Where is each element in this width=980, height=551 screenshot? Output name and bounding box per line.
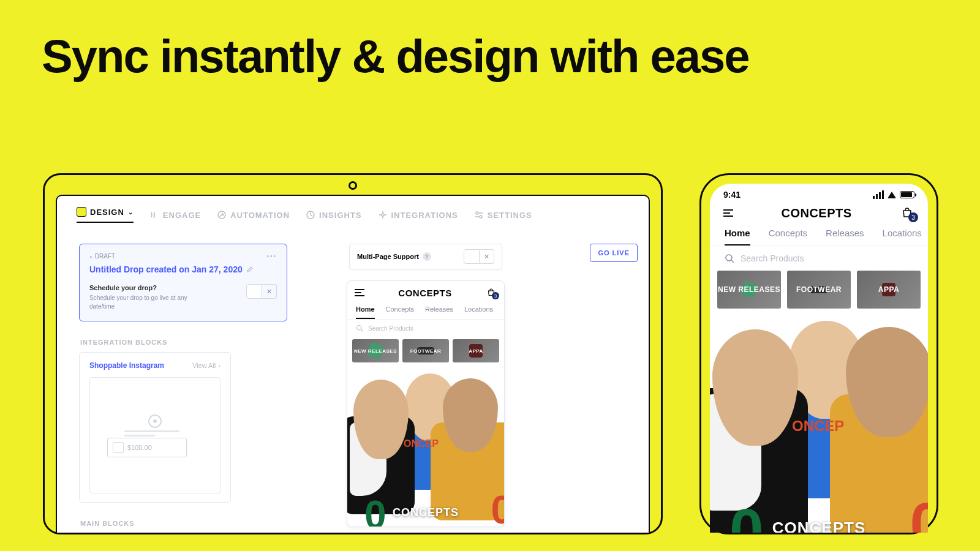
ig-price-tag: $100.00 bbox=[107, 438, 187, 457]
nav-integrations-label: INTEGRATIONS bbox=[391, 211, 458, 220]
tablet-screen: DESIGN ⌄ ENGAGE AUTOMATION INSIGHTS bbox=[56, 195, 650, 533]
signal-icon bbox=[873, 190, 884, 199]
menu-icon[interactable] bbox=[355, 289, 364, 296]
shoppable-instagram-card[interactable]: Shoppable Instagram View All › $100.00 bbox=[79, 352, 231, 503]
svg-point-3 bbox=[476, 212, 478, 214]
phone-chip-new-releases[interactable]: NEW RELEASES bbox=[717, 271, 781, 309]
preview-tab-locations[interactable]: Locations bbox=[464, 305, 493, 319]
search-icon bbox=[725, 253, 734, 263]
go-live-button[interactable]: GO LIVE bbox=[590, 244, 638, 262]
map-pin-icon bbox=[148, 414, 162, 428]
settings-icon bbox=[474, 210, 484, 220]
phone-device-frame: 9:41 CONCEPTS 3 Home Concepts Releases L… bbox=[699, 173, 938, 534]
insights-icon bbox=[306, 210, 315, 220]
draft-card[interactable]: DRAFT ••• Untitled Drop created on Jan 2… bbox=[79, 244, 287, 321]
preview-tabs: Home Concepts Releases Locations bbox=[347, 301, 504, 320]
phone-tab-releases[interactable]: Releases bbox=[826, 228, 864, 246]
svg-point-5 bbox=[357, 326, 362, 331]
chip-footwear[interactable]: FOOTWEAR bbox=[402, 339, 449, 362]
phone-tab-home[interactable]: Home bbox=[725, 228, 750, 246]
phone-cart-icon[interactable]: 3 bbox=[900, 206, 914, 220]
nav-insights-label: INSIGHTS bbox=[319, 211, 361, 220]
app-preview: CONCEPTS 3 Home Concepts Releases Locati… bbox=[347, 280, 505, 527]
multipage-support-bar: Multi-Page Support ? ✕ bbox=[349, 244, 502, 269]
nav-settings[interactable]: SETTINGS bbox=[474, 210, 532, 220]
draft-badge: DRAFT bbox=[89, 253, 115, 260]
phone-chip-footwear[interactable]: FOOTWEAR bbox=[787, 271, 851, 309]
nav-automation-label: AUTOMATION bbox=[230, 211, 290, 220]
schedule-toggle[interactable] bbox=[246, 284, 262, 299]
ig-viewall-link[interactable]: View All › bbox=[192, 362, 221, 369]
phone-tab-concepts[interactable]: Concepts bbox=[769, 228, 807, 246]
design-icon bbox=[77, 207, 86, 217]
preview-tab-releases[interactable]: Releases bbox=[425, 305, 453, 319]
svg-point-6 bbox=[726, 255, 732, 261]
phone-search[interactable]: Search Products bbox=[710, 246, 928, 271]
phone-category-chips: NEW RELEASES FOOTWEAR APPA bbox=[710, 271, 928, 315]
main-blocks-label: MAIN BLOCKS bbox=[80, 520, 287, 527]
phone-chip-apparel[interactable]: APPA bbox=[857, 271, 921, 309]
tablet-device-frame: DESIGN ⌄ ENGAGE AUTOMATION INSIGHTS bbox=[43, 173, 663, 534]
preview-hero-image: ONCEP 0 0 CONCEPTS bbox=[347, 367, 504, 527]
mps-dismiss[interactable]: ✕ bbox=[480, 249, 494, 264]
schedule-subtext: Schedule your drop to go live at any dat… bbox=[89, 294, 200, 311]
nav-insights[interactable]: INSIGHTS bbox=[306, 210, 361, 220]
engage-icon bbox=[149, 210, 159, 220]
status-bar: 9:41 bbox=[710, 184, 928, 202]
chip-new-releases[interactable]: NEW RELEASES bbox=[352, 339, 399, 362]
mps-toggle[interactable] bbox=[464, 249, 480, 264]
mps-label: Multi-Page Support bbox=[357, 253, 419, 260]
preview-search[interactable]: Search Products bbox=[347, 320, 504, 337]
tablet-camera bbox=[349, 181, 357, 190]
phone-tab-locations[interactable]: Locations bbox=[883, 228, 922, 246]
search-icon bbox=[356, 324, 363, 332]
phone-logo: CONCEPTS bbox=[781, 206, 851, 220]
phone-hero-text: CONCEPTS bbox=[772, 519, 865, 533]
headline: Sync instantly & design with ease bbox=[42, 34, 749, 78]
automation-icon bbox=[217, 210, 227, 220]
cart-icon[interactable]: 3 bbox=[486, 287, 497, 298]
integrations-icon bbox=[378, 210, 388, 220]
more-icon[interactable]: ••• bbox=[266, 253, 277, 260]
nav-settings-label: SETTINGS bbox=[488, 211, 532, 220]
phone-cart-badge: 3 bbox=[908, 212, 918, 222]
svg-point-4 bbox=[480, 216, 482, 218]
top-nav: DESIGN ⌄ ENGAGE AUTOMATION INSIGHTS bbox=[57, 196, 649, 229]
help-icon[interactable]: ? bbox=[423, 252, 431, 261]
chip-apparel[interactable]: APPA bbox=[453, 339, 499, 362]
nav-engage-label: ENGAGE bbox=[163, 211, 201, 220]
phone-hero-image: ONCEP 0 0 CONCEPTS bbox=[710, 315, 928, 533]
preview-tab-home[interactable]: Home bbox=[356, 305, 375, 319]
nav-integrations[interactable]: INTEGRATIONS bbox=[378, 210, 458, 220]
nav-design[interactable]: DESIGN ⌄ bbox=[77, 207, 134, 223]
chevron-down-icon: ⌄ bbox=[128, 209, 134, 216]
ig-card-title: Shoppable Instagram bbox=[89, 361, 164, 370]
nav-engage[interactable]: ENGAGE bbox=[149, 210, 201, 220]
cart-badge: 3 bbox=[492, 292, 499, 299]
preview-tab-concepts[interactable]: Concepts bbox=[386, 305, 414, 319]
nav-design-label: DESIGN bbox=[90, 208, 124, 217]
preview-hero-text: CONCEPTS bbox=[393, 506, 459, 519]
draft-title: Untitled Drop created on Jan 27, 2020 bbox=[89, 264, 243, 274]
nav-automation[interactable]: AUTOMATION bbox=[217, 210, 290, 220]
status-time: 9:41 bbox=[723, 190, 741, 200]
preview-category-chips: NEW RELEASES FOOTWEAR APPA bbox=[347, 337, 504, 367]
phone-menu-icon[interactable] bbox=[723, 209, 733, 217]
phone-screen: 9:41 CONCEPTS 3 Home Concepts Releases L… bbox=[710, 184, 928, 533]
integration-blocks-label: INTEGRATION BLOCKS bbox=[80, 339, 287, 346]
schedule-dismiss[interactable]: ✕ bbox=[262, 284, 277, 299]
wifi-icon bbox=[888, 192, 896, 198]
chevron-right-icon: › bbox=[218, 362, 221, 369]
preview-logo: CONCEPTS bbox=[398, 288, 451, 298]
phone-tabs: Home Concepts Releases Locations bbox=[710, 224, 928, 246]
battery-icon bbox=[900, 191, 914, 198]
schedule-question: Schedule your drop? bbox=[89, 284, 200, 291]
svg-point-2 bbox=[382, 214, 384, 216]
edit-icon[interactable] bbox=[246, 266, 254, 273]
ig-placeholder-tile: $100.00 bbox=[89, 377, 221, 493]
